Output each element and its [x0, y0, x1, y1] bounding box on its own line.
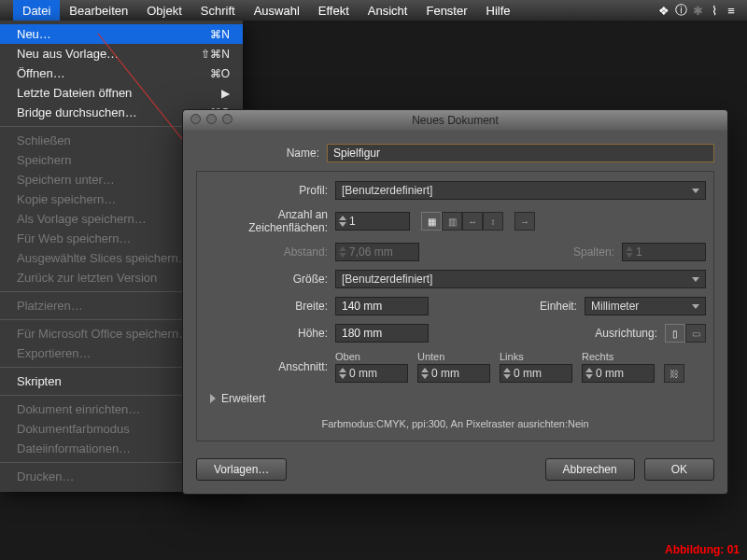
settings-panel: Profil: [Benutzerdefiniert] Anzahl an Ze…: [196, 171, 714, 441]
arrange-grid-col-icon[interactable]: ▥: [442, 212, 462, 231]
name-field[interactable]: [327, 144, 714, 162]
menu-schrift[interactable]: Schrift: [191, 0, 245, 21]
info-icon[interactable]: ⓘ: [672, 2, 689, 19]
columns-stepper: 1: [622, 243, 706, 261]
traffic-lights[interactable]: [190, 114, 233, 124]
menu-effekt[interactable]: Effekt: [309, 0, 359, 21]
bleed-bottom-stepper[interactable]: 0 mm: [417, 364, 490, 383]
new-document-dialog: Neues Dokument Name: Profil: [Benutzerde…: [182, 109, 728, 495]
spacing-label: Abstand:: [204, 245, 335, 259]
menuitem-neu[interactable]: Neu…⌘N: [0, 24, 243, 44]
artboards-stepper[interactable]: 1: [335, 212, 410, 231]
link-bleed-icon[interactable]: ⛓: [664, 364, 684, 383]
apple-menu[interactable]: [0, 0, 13, 21]
arrange-col-icon[interactable]: ↕: [483, 212, 503, 231]
dialog-title: Neues Dokument: [412, 114, 499, 127]
width-field[interactable]: [335, 297, 429, 315]
size-select[interactable]: [Benutzerdefiniert]: [335, 270, 706, 288]
chevron-down-icon: [692, 189, 699, 193]
bleed-label: Anschnitt:: [204, 360, 335, 373]
sync-icon[interactable]: ❖: [655, 4, 672, 18]
profile-label: Profil:: [204, 184, 335, 197]
size-label: Größe:: [204, 273, 335, 286]
arrange-grid-row-icon[interactable]: ▦: [421, 212, 442, 231]
spacing-stepper: 7,06 mm: [335, 243, 419, 261]
artboards-label: Anzahl an Zeichenflächen:: [204, 208, 335, 234]
name-label: Name:: [196, 147, 327, 160]
arrange-row-icon[interactable]: ↔: [462, 212, 483, 231]
menu-bearbeiten[interactable]: Bearbeiten: [60, 0, 137, 21]
menu-icon[interactable]: ≡: [723, 4, 740, 18]
orientation-label: Ausrichtung:: [595, 327, 665, 340]
figure-caption: Abbildung: 01: [665, 543, 740, 556]
bleed-right-stepper[interactable]: 0 mm: [582, 364, 655, 383]
menu-auswahl[interactable]: Auswahl: [245, 0, 309, 21]
bleed-left-stepper[interactable]: 0 mm: [500, 364, 572, 383]
direction-icon[interactable]: →: [514, 212, 535, 231]
chevron-down-icon: [692, 277, 699, 282]
menu-hilfe[interactable]: Hilfe: [477, 0, 520, 21]
mode-summary: Farbmodus:CMYK, ppi:300, An Pixelraster …: [204, 418, 706, 429]
advanced-toggle[interactable]: Erweitert: [210, 392, 706, 405]
templates-button[interactable]: Vorlagen…: [196, 458, 287, 481]
height-label: Höhe:: [204, 327, 335, 340]
unit-label: Einheit:: [540, 300, 585, 313]
menu-objekt[interactable]: Objekt: [137, 0, 191, 21]
menuitem-letzte[interactable]: Letzte Dateien öffnen▶: [0, 83, 243, 103]
width-label: Breite:: [204, 300, 335, 313]
dialog-titlebar: Neues Dokument: [183, 110, 727, 131]
bleed-top-label: Oben: [335, 351, 408, 362]
disclosure-triangle-icon: [210, 394, 216, 403]
orientation-landscape-icon[interactable]: ▭: [685, 324, 706, 343]
menu-fenster[interactable]: Fenster: [416, 0, 476, 21]
cancel-button[interactable]: Abbrechen: [545, 458, 635, 481]
bleed-left-label: Links: [500, 351, 572, 362]
chevron-down-icon: [692, 304, 699, 309]
menu-datei[interactable]: Datei: [13, 0, 60, 21]
ok-button[interactable]: OK: [644, 458, 714, 481]
menubar: Datei Bearbeiten Objekt Schrift Auswahl …: [0, 0, 747, 21]
height-field[interactable]: [335, 324, 429, 343]
unit-select[interactable]: Millimeter: [585, 297, 706, 315]
orientation-portrait-icon[interactable]: ▯: [665, 324, 685, 343]
menu-ansicht[interactable]: Ansicht: [359, 0, 417, 21]
menuitem-neu-vorlage[interactable]: Neu aus Vorlage…⇧⌘N: [0, 44, 243, 63]
bleed-right-label: Rechts: [582, 351, 655, 362]
bluetooth-icon[interactable]: ✱: [689, 4, 706, 18]
menuitem-oeffnen[interactable]: Öffnen…⌘O: [0, 63, 243, 83]
columns-label: Spalten:: [573, 245, 622, 259]
bleed-bottom-label: Unten: [417, 351, 490, 362]
wifi-icon[interactable]: ⌇: [706, 4, 723, 18]
profile-select[interactable]: [Benutzerdefiniert]: [335, 181, 706, 200]
bleed-top-stepper[interactable]: 0 mm: [335, 364, 408, 383]
